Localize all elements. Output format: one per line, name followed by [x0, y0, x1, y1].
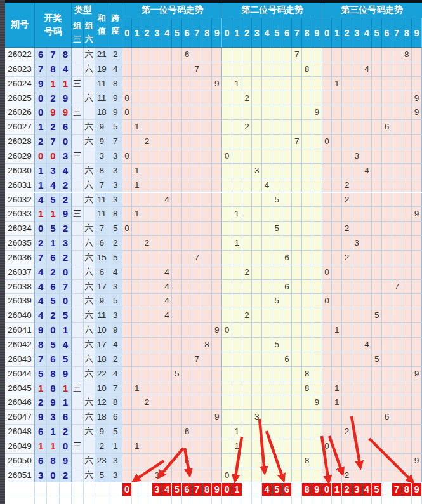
digit-pick-cell[interactable]: 3: [352, 483, 362, 497]
trend-cell: [322, 105, 333, 120]
trend-cell: [362, 251, 373, 265]
digit-pick-cell[interactable]: 9: [412, 483, 422, 497]
span-cell: 6: [109, 410, 122, 425]
digit-pick-cell[interactable]: [142, 483, 152, 497]
digit-pick-cell[interactable]: 3: [152, 483, 162, 497]
digit-pick-cell[interactable]: 5: [372, 483, 382, 497]
trend-cell: [122, 294, 133, 308]
trend-cell: [132, 395, 142, 410]
trend-cell: [152, 308, 162, 323]
trend-cell: [362, 222, 373, 236]
digit-pick-cell[interactable]: 4: [362, 483, 373, 497]
trend-cell: [242, 222, 253, 236]
digit-pick-cell[interactable]: 5: [172, 483, 182, 497]
sum-cell: 2: [95, 439, 109, 454]
selection-row-blank: [84, 483, 96, 497]
digit-pick-cell[interactable]: [382, 483, 392, 497]
trend-cell: [272, 395, 282, 410]
trend-cell: [232, 164, 242, 178]
trend-cell: 3: [152, 468, 162, 483]
trend-cell: [332, 410, 342, 425]
period-cell: 26033: [5, 207, 35, 222]
trend-cell: [152, 149, 162, 164]
trend-cell: [382, 149, 392, 164]
trend-cell: [172, 439, 182, 454]
trend-cell: [342, 207, 352, 222]
digit-pick-cell[interactable]: 2: [342, 483, 352, 497]
trend-cell: [402, 207, 412, 222]
digit-pick-cell[interactable]: 6: [282, 483, 293, 497]
trend-cell: [392, 367, 402, 381]
trend-cell: [322, 120, 333, 135]
trend-cell: [132, 48, 142, 62]
trend-cell: [272, 367, 282, 381]
trend-cell: [282, 338, 293, 352]
digit-pick-cell[interactable]: 6: [182, 483, 192, 497]
digit-pick-cell[interactable]: 8: [202, 483, 213, 497]
trend-cell: [332, 468, 342, 483]
trend-cell: [132, 236, 142, 251]
digit-pick-cell[interactable]: 4: [262, 483, 272, 497]
digit-pick-cell[interactable]: 7: [392, 483, 402, 497]
digit-pick-cell[interactable]: 8: [302, 483, 312, 497]
bottom-row-cell: [232, 496, 242, 504]
trend-cell: [242, 178, 253, 193]
trend-cell: [192, 164, 202, 178]
period-cell: 26041: [5, 323, 35, 338]
digit-pick-cell[interactable]: 9: [312, 483, 322, 497]
trend-cell: 8: [202, 338, 213, 352]
header-digit: 2: [242, 18, 253, 48]
header-digit: 2: [142, 18, 152, 48]
period-cell: 26035: [5, 236, 35, 251]
trend-cell: [232, 280, 242, 295]
digit-pick-cell[interactable]: [132, 483, 142, 497]
trend-cell: [292, 454, 302, 468]
trend-cell: [352, 193, 362, 208]
digit-pick-cell[interactable]: 5: [272, 483, 282, 497]
digit-pick-cell[interactable]: 0: [222, 483, 232, 497]
trend-cell: [332, 236, 342, 251]
digit-pick-cell[interactable]: 0: [322, 483, 333, 497]
bottom-row-cell: [302, 496, 312, 504]
trend-cell: [222, 135, 232, 149]
digit-pick-cell[interactable]: [292, 483, 302, 497]
trend-cell: [172, 265, 182, 280]
selection-row-blank: [35, 483, 47, 497]
trend-cell: [212, 164, 222, 178]
selection-row-blank: [95, 483, 109, 497]
span-cell: 8: [109, 395, 122, 410]
draw-digit-cell: 9: [47, 395, 59, 410]
period-cell: 26036: [5, 251, 35, 265]
trend-cell: [302, 120, 312, 135]
trend-cell: [352, 381, 362, 396]
trend-cell: [162, 381, 173, 396]
digit-pick-cell[interactable]: 0: [122, 483, 133, 497]
trend-cell: [342, 120, 352, 135]
trend-cell: [312, 425, 322, 439]
trend-cell: [252, 352, 262, 367]
digit-pick-cell[interactable]: [252, 483, 262, 497]
digit-pick-cell[interactable]: 7: [192, 483, 202, 497]
trend-cell: [262, 48, 272, 62]
digit-pick-cell[interactable]: [242, 483, 253, 497]
trend-cell: [182, 468, 192, 483]
digit-pick-cell[interactable]: 9: [212, 483, 222, 497]
trend-cell: [272, 265, 282, 280]
draw-digit-cell: 5: [47, 294, 59, 308]
trend-cell: [282, 367, 293, 381]
digit-pick-cell[interactable]: 1: [232, 483, 242, 497]
trend-cell: [162, 338, 173, 352]
trend-cell: [242, 454, 253, 468]
trend-cell: [412, 222, 422, 236]
digit-pick-cell[interactable]: 8: [402, 483, 412, 497]
draw-digit-cell: 6: [35, 425, 47, 439]
trend-cell: [212, 352, 222, 367]
trend-cell: [362, 367, 373, 381]
trend-cell: [122, 352, 133, 367]
trend-cell: [262, 323, 272, 338]
header-digit: 4: [362, 18, 373, 48]
digit-pick-cell[interactable]: 4: [162, 483, 173, 497]
trend-cell: [342, 105, 352, 120]
trend-cell: [252, 222, 262, 236]
digit-pick-cell[interactable]: 1: [332, 483, 342, 497]
